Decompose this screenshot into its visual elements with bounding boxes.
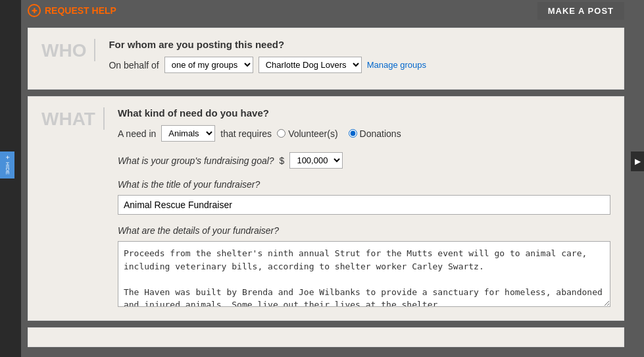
that-requires-label: that requires bbox=[220, 128, 272, 139]
dollar-sign: $ bbox=[280, 155, 285, 166]
fundraising-goal-row: What is your group's fundraising goal? $… bbox=[118, 152, 610, 169]
what-section-content: What kind of need do you have? A need in… bbox=[118, 107, 610, 310]
request-help-label: REQUEST HELP bbox=[45, 5, 116, 16]
fundraiser-title-row: What is the title of your fundraiser? bbox=[118, 179, 610, 225]
on-behalf-select[interactable]: one of my groups myself someone else bbox=[164, 57, 253, 73]
radio-group: Volunteer(s) Donations bbox=[277, 128, 401, 139]
sidebar-toggle-button[interactable]: + HIDE bbox=[0, 151, 14, 178]
group-select[interactable]: Charlotte Dog Lovers Another Group bbox=[259, 57, 362, 73]
on-behalf-row: On behalf of one of my groups myself som… bbox=[109, 57, 610, 73]
what-section-title: What kind of need do you have? bbox=[118, 107, 610, 119]
donations-radio-label[interactable]: Donations bbox=[349, 128, 401, 139]
right-arrow-button[interactable]: ▶ bbox=[631, 151, 644, 171]
a-need-in-label: A need in bbox=[118, 128, 156, 139]
donations-radio[interactable] bbox=[349, 129, 357, 138]
request-help-button[interactable]: ✚ REQUEST HELP bbox=[28, 4, 116, 17]
who-section-content: For whom are you posting this need? On b… bbox=[109, 39, 610, 78]
donations-label: Donations bbox=[360, 128, 401, 139]
main-content: WHO For whom are you posting this need? … bbox=[21, 21, 631, 357]
request-help-icon: ✚ bbox=[28, 4, 41, 17]
fundraiser-title-input[interactable] bbox=[118, 195, 610, 215]
bottom-section-card bbox=[28, 327, 624, 347]
page-wrapper: + HIDE ▶ ✚ REQUEST HELP MAKE A POST WHO … bbox=[0, 0, 644, 357]
volunteer-radio[interactable] bbox=[277, 129, 285, 138]
need-in-row: A need in Animals Food Shelter Clothing … bbox=[118, 125, 610, 142]
on-behalf-label: On behalf of bbox=[109, 60, 159, 70]
who-section-card: WHO For whom are you posting this need? … bbox=[28, 28, 624, 90]
left-sidebar: + HIDE bbox=[0, 0, 21, 357]
manage-groups-link[interactable]: Manage groups bbox=[367, 60, 426, 70]
what-label: WHAT bbox=[41, 107, 105, 130]
hide-label: HIDE bbox=[5, 162, 11, 175]
volunteer-label: Volunteer(s) bbox=[288, 128, 337, 139]
fundraiser-title-label: What is the title of your fundraiser? bbox=[118, 179, 610, 190]
need-category-select[interactable]: Animals Food Shelter Clothing bbox=[161, 125, 215, 142]
add-icon: + bbox=[4, 155, 11, 159]
fundraising-goal-label: What is your group's fundraising goal? bbox=[118, 155, 274, 166]
top-bar: ✚ REQUEST HELP MAKE A POST bbox=[21, 0, 631, 21]
fundraiser-details-textarea[interactable]: Proceeds from the shelter's ninth annual… bbox=[118, 241, 610, 307]
fundraiser-details-row: What are the details of your fundraiser?… bbox=[118, 225, 610, 310]
make-a-post-button[interactable]: MAKE A POST bbox=[537, 2, 624, 20]
volunteer-radio-label[interactable]: Volunteer(s) bbox=[277, 128, 337, 139]
what-section-card: WHAT What kind of need do you have? A ne… bbox=[28, 96, 624, 321]
who-label: WHO bbox=[41, 39, 95, 61]
who-section-title: For whom are you posting this need? bbox=[109, 39, 610, 50]
goal-amount-select[interactable]: 100,000 50,000 25,000 10,000 bbox=[289, 152, 343, 169]
fundraiser-details-label: What are the details of your fundraiser? bbox=[118, 225, 610, 236]
